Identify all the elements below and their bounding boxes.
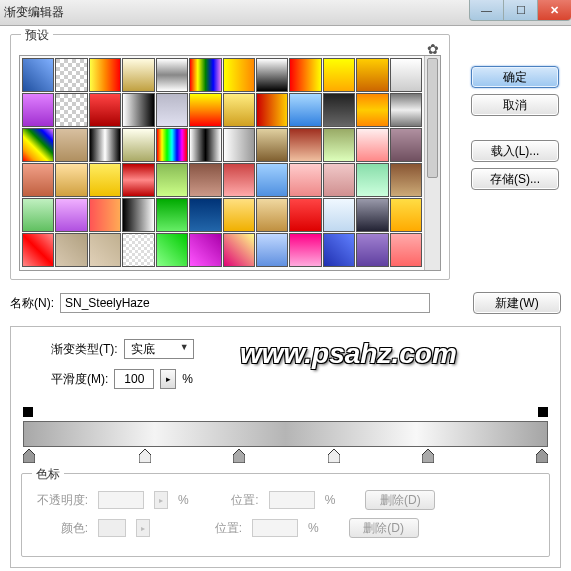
gradient-swatch[interactable] [356,58,388,92]
scrollbar-thumb[interactable] [427,58,438,178]
gradient-swatch[interactable] [223,58,255,92]
gradient-swatch[interactable] [256,233,288,267]
color-stops-track[interactable] [23,449,548,465]
gradient-swatch[interactable] [256,163,288,197]
opacity-stop[interactable] [538,407,548,417]
color-stop[interactable] [233,449,245,463]
gradient-swatch[interactable] [323,198,355,232]
gradient-swatch[interactable] [356,233,388,267]
gradient-swatch[interactable] [189,233,221,267]
save-button[interactable]: 存储(S)... [471,168,559,190]
gradient-swatch[interactable] [122,198,154,232]
gradient-swatch[interactable] [323,163,355,197]
ok-button[interactable]: 确定 [471,66,559,88]
gradient-swatch[interactable] [122,163,154,197]
gradient-swatch[interactable] [156,233,188,267]
presets-scrollbar[interactable] [424,56,440,270]
cancel-button[interactable]: 取消 [471,94,559,116]
gradient-swatch[interactable] [289,93,321,127]
gradient-swatch[interactable] [89,58,121,92]
gradient-swatch[interactable] [89,163,121,197]
gradient-swatch[interactable] [156,128,188,162]
gradient-swatch[interactable] [390,198,422,232]
gradient-swatch[interactable] [289,128,321,162]
gradient-swatch[interactable] [55,233,87,267]
gradient-swatch[interactable] [356,163,388,197]
gradient-preview-bar[interactable] [23,421,548,447]
color-stop[interactable] [23,449,35,463]
gradient-swatch[interactable] [323,128,355,162]
load-button[interactable]: 载入(L)... [471,140,559,162]
gradient-swatch[interactable] [223,128,255,162]
gradient-swatch[interactable] [55,198,87,232]
gradient-swatch[interactable] [89,198,121,232]
gradient-swatch[interactable] [289,198,321,232]
gradient-swatch[interactable] [323,233,355,267]
color-stop[interactable] [422,449,434,463]
gradient-swatch[interactable] [390,233,422,267]
gradient-swatch[interactable] [22,198,54,232]
smoothness-input[interactable] [114,369,154,389]
color-field-label: 颜色: [32,520,88,537]
gradient-swatch[interactable] [22,93,54,127]
smoothness-spinner[interactable]: ▸ [160,369,176,389]
gradient-swatch[interactable] [256,198,288,232]
gradient-swatch[interactable] [22,233,54,267]
gradient-swatch[interactable] [323,93,355,127]
gradient-swatch[interactable] [122,128,154,162]
gradient-swatch[interactable] [189,93,221,127]
gradient-swatch[interactable] [256,128,288,162]
gradient-swatch[interactable] [89,93,121,127]
opacity-stops-track[interactable] [23,407,548,421]
gradient-swatch[interactable] [223,163,255,197]
close-button[interactable]: ✕ [537,0,571,21]
minimize-button[interactable]: — [469,0,503,21]
maximize-button[interactable]: ☐ [503,0,537,21]
swatch-grid [22,58,422,267]
gradient-swatch[interactable] [156,93,188,127]
gradient-swatch[interactable] [122,93,154,127]
gradient-swatch[interactable] [89,128,121,162]
window-controls: — ☐ ✕ [469,0,571,21]
gradient-swatch[interactable] [189,58,221,92]
gradient-swatch[interactable] [223,93,255,127]
gradient-swatch[interactable] [122,233,154,267]
gradient-swatch[interactable] [390,128,422,162]
name-input[interactable] [60,293,430,313]
gradient-swatch[interactable] [356,93,388,127]
gradient-swatch[interactable] [22,128,54,162]
gradient-swatch[interactable] [256,93,288,127]
gradient-swatch[interactable] [356,128,388,162]
gradient-type-select[interactable]: 实底 [124,339,194,359]
gradient-swatch[interactable] [189,198,221,232]
opacity-stop[interactable] [23,407,33,417]
gradient-swatch[interactable] [122,58,154,92]
gradient-swatch[interactable] [223,233,255,267]
gradient-swatch[interactable] [22,58,54,92]
gradient-swatch[interactable] [22,163,54,197]
gradient-swatch[interactable] [289,58,321,92]
gradient-swatch[interactable] [156,163,188,197]
gradient-swatch[interactable] [390,58,422,92]
gradient-swatch[interactable] [189,163,221,197]
gradient-swatch[interactable] [89,233,121,267]
gradient-swatch[interactable] [55,58,87,92]
gradient-swatch[interactable] [156,58,188,92]
gradient-swatch[interactable] [289,163,321,197]
color-stop[interactable] [139,449,151,463]
gradient-swatch[interactable] [356,198,388,232]
gradient-swatch[interactable] [390,163,422,197]
gradient-swatch[interactable] [289,233,321,267]
gradient-swatch[interactable] [390,93,422,127]
gradient-swatch[interactable] [55,163,87,197]
gradient-swatch[interactable] [323,58,355,92]
color-stop[interactable] [328,449,340,463]
gradient-swatch[interactable] [156,198,188,232]
gradient-swatch[interactable] [189,128,221,162]
color-stop[interactable] [536,449,548,463]
gradient-swatch[interactable] [256,58,288,92]
new-button[interactable]: 新建(W) [473,292,561,314]
gradient-swatch[interactable] [223,198,255,232]
gradient-swatch[interactable] [55,128,87,162]
gradient-swatch[interactable] [55,93,87,127]
